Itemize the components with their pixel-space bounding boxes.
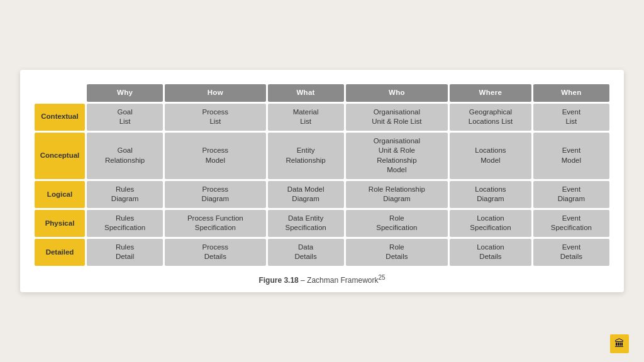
cell-1-3: Organisational Unit & Role Relationship … [346, 133, 448, 179]
cell-1-0: Goal Relationship [87, 133, 163, 179]
cell-2-2: Data Model Diagram [268, 181, 344, 208]
row-label-contextual: Contextual [35, 104, 85, 131]
row-label-physical: Physical [35, 210, 85, 237]
cell-3-4: Location Specification [450, 210, 531, 237]
header-cell-how: How [165, 84, 265, 102]
cell-4-1: Process Details [165, 239, 265, 266]
figure-caption: Figure 3.18 – Zachman Framework25 [33, 274, 611, 285]
main-container: WhyHowWhatWhoWhereWhen ContextualGoal Li… [20, 70, 624, 292]
cell-0-4: Geographical Locations List [450, 104, 531, 131]
cell-4-5: Event Details [533, 239, 609, 266]
header-cell-where: Where [450, 84, 531, 102]
cell-3-0: Rules Specification [87, 210, 163, 237]
table-row: DetailedRules DetailProcess DetailsData … [35, 239, 609, 266]
row-label-detailed: Detailed [35, 239, 85, 266]
header-cell-when: When [533, 84, 609, 102]
cell-4-0: Rules Detail [87, 239, 163, 266]
cell-2-0: Rules Diagram [87, 181, 163, 208]
cell-2-4: Locations Diagram [450, 181, 531, 208]
zachman-framework-table: WhyHowWhatWhoWhereWhen ContextualGoal Li… [33, 82, 611, 268]
cell-3-2: Data Entity Specification [268, 210, 344, 237]
cell-1-1: Process Model [165, 133, 265, 179]
cell-4-2: Data Details [268, 239, 344, 266]
cell-3-5: Event Specification [533, 210, 609, 237]
cell-3-1: Process Function Specification [165, 210, 265, 237]
cell-1-2: Entity Relationship [268, 133, 344, 179]
cell-2-3: Role Relationship Diagram [346, 181, 448, 208]
cell-2-5: Event Diagram [533, 181, 609, 208]
cell-0-5: Event List [533, 104, 609, 131]
table-row: LogicalRules DiagramProcess DiagramData … [35, 181, 609, 208]
row-label-logical: Logical [35, 181, 85, 208]
cell-4-4: Location Details [450, 239, 531, 266]
cell-0-1: Process List [165, 104, 265, 131]
cell-0-0: Goal List [87, 104, 163, 131]
cell-0-3: Organisational Unit & Role List [346, 104, 448, 131]
cell-3-3: Role Specification [346, 210, 448, 237]
table-row: ConceptualGoal RelationshipProcess Model… [35, 133, 609, 179]
corner-cell [35, 84, 85, 102]
building-icon: 🏛 [614, 338, 625, 349]
caption-prefix: Figure 3.18 [258, 276, 298, 285]
header-cell-what: What [268, 84, 344, 102]
header-cell-why: Why [87, 84, 163, 102]
row-label-conceptual: Conceptual [35, 133, 85, 179]
header-cell-who: Who [346, 84, 448, 102]
cell-1-5: Event Model [533, 133, 609, 179]
caption-text: – Zachman Framework [299, 276, 379, 285]
caption-superscript: 25 [378, 274, 385, 281]
cell-0-2: Material List [268, 104, 344, 131]
table-row: PhysicalRules SpecificationProcess Funct… [35, 210, 609, 237]
cell-2-1: Process Diagram [165, 181, 265, 208]
cell-1-4: Locations Model [450, 133, 531, 179]
cell-4-3: Role Details [346, 239, 448, 266]
footer-icon: 🏛 [610, 334, 629, 353]
table-row: ContextualGoal ListProcess ListMaterial … [35, 104, 609, 131]
page-background: WhyHowWhatWhoWhereWhen ContextualGoal Li… [0, 0, 644, 362]
